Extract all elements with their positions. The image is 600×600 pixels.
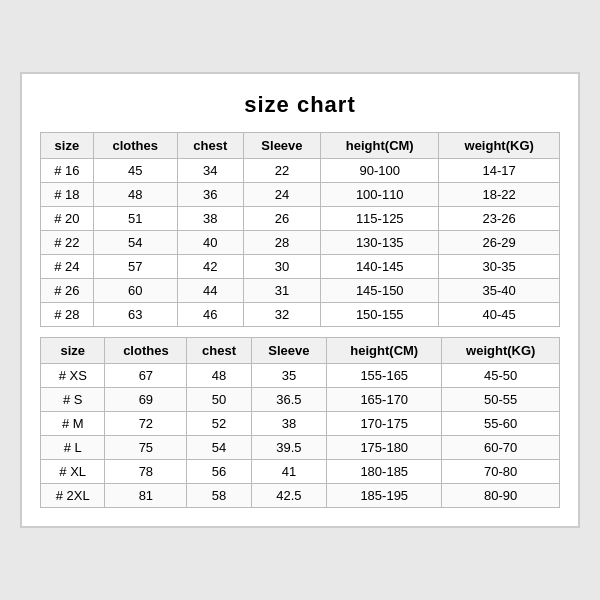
table-cell: 78 — [105, 460, 187, 484]
table-cell: 38 — [251, 412, 326, 436]
table-cell: 57 — [93, 255, 177, 279]
table-cell: # XL — [41, 460, 105, 484]
table-cell: 30 — [243, 255, 320, 279]
table-cell: 80-90 — [442, 484, 560, 508]
table-cell: 175-180 — [327, 436, 442, 460]
table-cell: 50-55 — [442, 388, 560, 412]
table-cell: 150-155 — [321, 303, 439, 327]
table-cell: 115-125 — [321, 207, 439, 231]
table-cell: 81 — [105, 484, 187, 508]
table-cell: 28 — [243, 231, 320, 255]
table-cell: 45-50 — [442, 364, 560, 388]
size-table-2: sizeclotheschestSleeveheight(CM)weight(K… — [40, 337, 560, 508]
table-cell: 180-185 — [327, 460, 442, 484]
table-cell: 30-35 — [439, 255, 560, 279]
table-row: # XS674835155-16545-50 — [41, 364, 560, 388]
table-cell: 42.5 — [251, 484, 326, 508]
table-cell: 26 — [243, 207, 320, 231]
table-cell: 145-150 — [321, 279, 439, 303]
table-cell: 60-70 — [442, 436, 560, 460]
table-cell: 36.5 — [251, 388, 326, 412]
table-cell: # XS — [41, 364, 105, 388]
table-cell: 90-100 — [321, 159, 439, 183]
table-cell: 36 — [177, 183, 243, 207]
table-row: # 26604431145-15035-40 — [41, 279, 560, 303]
table-cell: 26-29 — [439, 231, 560, 255]
table-cell: # 24 — [41, 255, 94, 279]
table-cell: 51 — [93, 207, 177, 231]
col-header: chest — [177, 133, 243, 159]
table-cell: 100-110 — [321, 183, 439, 207]
table-cell: 14-17 — [439, 159, 560, 183]
table-cell: # 28 — [41, 303, 94, 327]
table-cell: 155-165 — [327, 364, 442, 388]
table-cell: 34 — [177, 159, 243, 183]
table-cell: 67 — [105, 364, 187, 388]
col-header: height(CM) — [321, 133, 439, 159]
col-header: size — [41, 338, 105, 364]
table-cell: 40 — [177, 231, 243, 255]
table-cell: 60 — [93, 279, 177, 303]
table-cell: 70-80 — [442, 460, 560, 484]
table-cell: 55-60 — [442, 412, 560, 436]
col-header: size — [41, 133, 94, 159]
table-row: # 2XL815842.5185-19580-90 — [41, 484, 560, 508]
table-cell: # 2XL — [41, 484, 105, 508]
table-row: # 22544028130-13526-29 — [41, 231, 560, 255]
table-cell: 22 — [243, 159, 320, 183]
table-row: # 20513826115-12523-26 — [41, 207, 560, 231]
table-cell: 45 — [93, 159, 177, 183]
col-header: clothes — [93, 133, 177, 159]
col-header: weight(KG) — [442, 338, 560, 364]
table-row: # XL785641180-18570-80 — [41, 460, 560, 484]
table-cell: 185-195 — [327, 484, 442, 508]
table-cell: 18-22 — [439, 183, 560, 207]
table-cell: 63 — [93, 303, 177, 327]
table-cell: 50 — [187, 388, 251, 412]
table-cell: 46 — [177, 303, 243, 327]
table-row: # M725238170-17555-60 — [41, 412, 560, 436]
table-cell: 72 — [105, 412, 187, 436]
table-cell: # 16 — [41, 159, 94, 183]
table-row: # L755439.5175-18060-70 — [41, 436, 560, 460]
table-cell: 56 — [187, 460, 251, 484]
table-cell: 42 — [177, 255, 243, 279]
table-cell: 52 — [187, 412, 251, 436]
table-cell: # M — [41, 412, 105, 436]
table-cell: 140-145 — [321, 255, 439, 279]
table-cell: 170-175 — [327, 412, 442, 436]
table-cell: # 26 — [41, 279, 94, 303]
col-header: clothes — [105, 338, 187, 364]
chart-title: size chart — [40, 92, 560, 118]
table-cell: # 18 — [41, 183, 94, 207]
col-header: height(CM) — [327, 338, 442, 364]
col-header: chest — [187, 338, 251, 364]
table-cell: 39.5 — [251, 436, 326, 460]
table-cell: # L — [41, 436, 105, 460]
col-header: Sleeve — [243, 133, 320, 159]
col-header: Sleeve — [251, 338, 326, 364]
table-cell: 40-45 — [439, 303, 560, 327]
size-table-1: sizeclotheschestSleeveheight(CM)weight(K… — [40, 132, 560, 327]
table-cell: 48 — [187, 364, 251, 388]
table-cell: 54 — [93, 231, 177, 255]
table-cell: 35 — [251, 364, 326, 388]
table-cell: 130-135 — [321, 231, 439, 255]
table-cell: 35-40 — [439, 279, 560, 303]
table-cell: 54 — [187, 436, 251, 460]
table-cell: 69 — [105, 388, 187, 412]
table-cell: 32 — [243, 303, 320, 327]
table-cell: # 20 — [41, 207, 94, 231]
table-row: # 1645342290-10014-17 — [41, 159, 560, 183]
table2-header-row: sizeclotheschestSleeveheight(CM)weight(K… — [41, 338, 560, 364]
table1-header-row: sizeclotheschestSleeveheight(CM)weight(K… — [41, 133, 560, 159]
table-cell: 24 — [243, 183, 320, 207]
table-cell: 75 — [105, 436, 187, 460]
table-cell: 23-26 — [439, 207, 560, 231]
size-chart-card: size chart sizeclotheschestSleeveheight(… — [20, 72, 580, 528]
table-row: # 18483624100-11018-22 — [41, 183, 560, 207]
table-row: # 24574230140-14530-35 — [41, 255, 560, 279]
col-header: weight(KG) — [439, 133, 560, 159]
table-cell: # S — [41, 388, 105, 412]
table-cell: 38 — [177, 207, 243, 231]
